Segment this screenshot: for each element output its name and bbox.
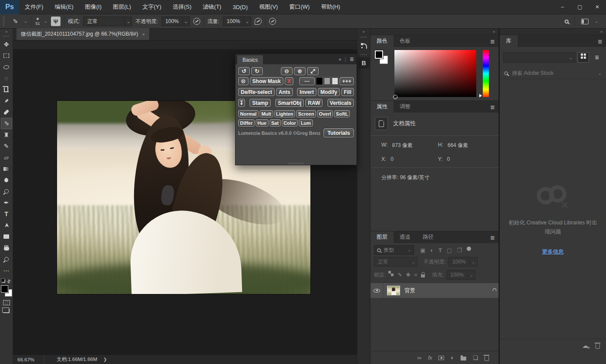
brush-tool[interactable]: ✐ bbox=[1, 118, 12, 129]
blend-mode-dropdown[interactable]: 正常 ⌄ bbox=[83, 17, 132, 26]
brush-preset-picker[interactable]: ✶ 51 bbox=[35, 17, 41, 26]
layer-filter-type-dropdown[interactable]: 类型 ⌄ bbox=[374, 245, 414, 255]
tab-layers[interactable]: 图层 bbox=[370, 231, 394, 243]
delete-library-item-icon[interactable] bbox=[596, 344, 600, 349]
menu-filter[interactable]: 滤镜(T) bbox=[197, 0, 227, 14]
blend-screen-button[interactable]: Screen bbox=[296, 110, 316, 117]
new-group-icon[interactable] bbox=[461, 357, 466, 361]
smartobj-button[interactable]: SmartObj bbox=[275, 99, 304, 107]
status-options-chevron[interactable]: ❯ bbox=[103, 357, 107, 362]
light-swatch-button[interactable] bbox=[332, 77, 338, 85]
filter-smart-objects-icon[interactable]: ❐ bbox=[457, 247, 462, 254]
type-tool[interactable]: T bbox=[1, 209, 12, 219]
toggle-brush-settings-button[interactable]: Ψ bbox=[51, 17, 61, 26]
workspace-chevron[interactable]: ⌄ bbox=[595, 19, 598, 23]
blend-color-button[interactable]: Color bbox=[282, 119, 298, 127]
eraser-tool[interactable]: ▱ bbox=[1, 152, 12, 163]
layer-visibility-toggle[interactable] bbox=[370, 283, 384, 298]
panel-resize-grip[interactable] bbox=[289, 163, 303, 164]
color-picker-indicator[interactable] bbox=[393, 95, 397, 99]
filter-adjustment-layers-icon[interactable]: ◐ bbox=[430, 247, 434, 254]
search-icon[interactable] bbox=[565, 20, 569, 23]
quick-mask-button[interactable] bbox=[3, 300, 10, 305]
libraries-collapse-button[interactable]: » bbox=[500, 29, 606, 35]
modify-button[interactable]: Modify bbox=[318, 88, 340, 96]
foreground-color-swatch[interactable] bbox=[1, 285, 8, 293]
link-layers-icon[interactable]: ∞ bbox=[417, 354, 421, 361]
tab-close-icon[interactable]: × bbox=[142, 32, 145, 37]
zoom-out-button[interactable]: ⊖ bbox=[281, 67, 293, 75]
document-tab[interactable]: 微信截图_20241011104757.jpg @ 66.7%(RGB/8#) … bbox=[17, 28, 150, 40]
layers-panel-menu-icon[interactable]: ≣ bbox=[490, 231, 495, 244]
blend-luminosity-button[interactable]: Lum bbox=[299, 119, 313, 127]
document-size-info[interactable]: 文档:1.66M/1.66M bbox=[57, 356, 97, 363]
menu-layer[interactable]: 图层(L) bbox=[107, 0, 137, 14]
hue-slider[interactable] bbox=[483, 50, 489, 97]
airbrush-icon[interactable] bbox=[255, 18, 262, 25]
color-saturation-field[interactable] bbox=[394, 50, 476, 97]
filter-pixel-layers-icon[interactable]: ▣ bbox=[420, 247, 425, 254]
verticals-button[interactable]: Verticals bbox=[327, 99, 354, 107]
lumenzia-basics-tab[interactable]: Basics bbox=[237, 55, 263, 64]
panel-menu-icon[interactable]: ≣ bbox=[350, 56, 354, 62]
path-selection-tool[interactable]: ➤ bbox=[1, 220, 12, 230]
clone-stamp-tool[interactable]: ♜ bbox=[1, 130, 12, 140]
blend-lighten-button[interactable]: Lighten bbox=[274, 110, 296, 117]
delete-layer-icon[interactable] bbox=[485, 356, 489, 361]
close-button[interactable]: ✕ bbox=[589, 0, 606, 14]
edit-toolbar-button[interactable]: ⋯ bbox=[1, 265, 12, 276]
screen-mode-button[interactable] bbox=[3, 309, 10, 313]
lock-paint-icon[interactable]: ✐ bbox=[397, 272, 402, 278]
quick-selection-tool[interactable]: ◌ bbox=[1, 73, 12, 83]
pressure-opacity-icon[interactable] bbox=[193, 18, 200, 25]
flow-dropdown[interactable]: 100% ⌄ bbox=[223, 17, 251, 26]
undo-button[interactable]: ↺ bbox=[238, 67, 250, 75]
list-view-button[interactable]: ≣ bbox=[591, 52, 603, 63]
crop-tool[interactable] bbox=[1, 84, 12, 95]
healing-brush-tool[interactable] bbox=[1, 107, 12, 117]
lock-transparency-icon[interactable] bbox=[388, 271, 391, 274]
lock-position-icon[interactable]: ✥ bbox=[406, 272, 410, 278]
gradient-tool[interactable] bbox=[1, 164, 12, 174]
invert-button[interactable]: Invert bbox=[297, 88, 316, 96]
filter-shape-layers-icon[interactable]: ▢ bbox=[447, 247, 452, 254]
blend-hue-button[interactable]: Hue bbox=[256, 119, 269, 127]
marquee-tool[interactable] bbox=[1, 50, 12, 61]
opacity-dropdown[interactable]: 100% ⌄ bbox=[162, 17, 190, 26]
cloud-sync-error-icon[interactable]: ☁✕ bbox=[582, 342, 589, 350]
menu-select[interactable]: 选择(S) bbox=[167, 0, 197, 14]
brush-tool-preset-icon[interactable]: ✐ bbox=[10, 16, 20, 27]
workspace-switcher-icon[interactable] bbox=[581, 19, 589, 24]
layer-thumbnail[interactable] bbox=[387, 286, 400, 295]
filter-type-layers-icon[interactable]: T bbox=[438, 247, 442, 254]
panel-collapse-icon[interactable]: » bbox=[339, 57, 341, 62]
gray-swatch-button[interactable] bbox=[324, 77, 330, 85]
tab-swatches[interactable]: 色板 bbox=[394, 35, 417, 47]
tutorials-button[interactable]: Tutorials bbox=[323, 128, 354, 137]
eyedropper-tool[interactable]: ✒ bbox=[1, 96, 12, 106]
blend-softlight-button[interactable]: SoftL bbox=[334, 110, 350, 117]
minimize-button[interactable]: – bbox=[554, 0, 571, 14]
menu-help[interactable]: 帮助(H) bbox=[315, 0, 346, 14]
color-panel-menu-icon[interactable]: ≣ bbox=[490, 35, 495, 47]
zoom-tool[interactable] bbox=[1, 254, 12, 264]
pen-tool[interactable]: ✒ bbox=[1, 197, 12, 208]
tab-color[interactable]: 颜色 bbox=[370, 35, 394, 47]
new-layer-icon[interactable]: ❏ bbox=[473, 354, 478, 361]
zoom-in-button[interactable]: ⊕ bbox=[294, 67, 306, 75]
lock-artboard-icon[interactable]: ⌗ bbox=[414, 272, 417, 278]
tab-paths[interactable]: 路径 bbox=[417, 231, 440, 243]
tool-preset-chevron[interactable]: ⌄ bbox=[24, 19, 27, 23]
black-swatch-button[interactable] bbox=[316, 77, 323, 85]
tab-channels[interactable]: 通道 bbox=[394, 231, 417, 243]
blend-normal-button[interactable]: Normal bbox=[238, 110, 259, 117]
hand-tool[interactable] bbox=[1, 243, 12, 253]
filter-toggle-icon[interactable] bbox=[467, 247, 471, 251]
ants-button[interactable]: Ants bbox=[276, 88, 293, 96]
add-layer-mask-icon[interactable] bbox=[438, 356, 444, 360]
blend-difference-button[interactable]: Differ bbox=[238, 119, 255, 127]
visibility-button[interactable]: ⊙ bbox=[238, 77, 249, 85]
lumenzia-panel-button[interactable] bbox=[358, 40, 370, 51]
tab-libraries[interactable]: 库 bbox=[500, 35, 518, 47]
darker-button[interactable]: --- bbox=[299, 77, 315, 85]
